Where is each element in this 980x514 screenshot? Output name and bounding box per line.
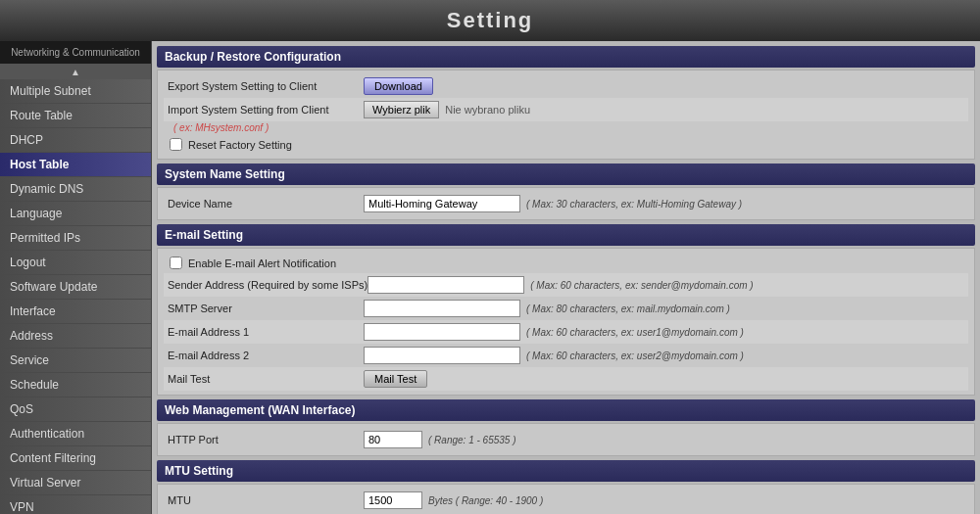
email-enable-row: Enable E-mail Alert Notification — [164, 253, 968, 273]
no-file-text: Nie wybrano pliku — [445, 104, 530, 116]
sidebar-item-address[interactable]: Address — [0, 324, 151, 349]
field-hint: ( Max: 30 characters, ex: Multi-Homing G… — [526, 199, 742, 210]
field-value: ( Max: 80 characters, ex: mail.mydomain.… — [364, 300, 964, 317]
form-section-mtu-setting: MTUBytes ( Range: 40 - 1900 ) — [157, 484, 975, 514]
sidebar-item-language[interactable]: Language — [0, 202, 151, 226]
input-e-mail-address-2[interactable] — [364, 347, 520, 364]
field-value: Download — [364, 77, 964, 95]
field-hint: ( Max: 60 characters, ex: user1@mydomain… — [526, 327, 744, 338]
sidebar-item-interface[interactable]: Interface — [0, 300, 151, 324]
field-value: ( Max: 60 characters, ex: user1@mydomain… — [364, 323, 964, 341]
field-label: Sender Address (Required by some ISPs) — [168, 279, 368, 291]
sidebar-item-content-filtering[interactable]: Content Filtering — [0, 446, 151, 471]
form-row-backup-restore-1: Import System Setting from ClientWybierz… — [164, 98, 968, 121]
field-value: Mail Test — [364, 370, 964, 388]
form-section-email-setting: Enable E-mail Alert NotificationSender A… — [157, 248, 975, 396]
sidebar-item-software-update[interactable]: Software Update — [0, 275, 151, 300]
field-label: Import System Setting from Client — [168, 104, 364, 116]
sidebar-item-logout[interactable]: Logout — [0, 251, 151, 275]
reset-factory-checkbox[interactable] — [170, 138, 182, 151]
section-header-email-setting: E-mail Setting — [157, 224, 975, 246]
field-value: Bytes ( Range: 40 - 1900 ) — [364, 491, 964, 509]
page-title: Setting — [0, 0, 980, 41]
section-header-backup-restore: Backup / Restore Configuration — [157, 46, 975, 68]
sidebar-item-permitted-ips[interactable]: Permitted IPs — [0, 226, 151, 251]
backup-hint: ( ex: MHsystem.conf ) — [164, 121, 968, 134]
form-row-email-setting-3: E-mail Address 2( Max: 60 characters, ex… — [164, 344, 968, 367]
input-smtp-server[interactable] — [364, 300, 520, 317]
field-label: Export System Setting to Client — [168, 80, 364, 92]
download-button[interactable]: Download — [364, 77, 433, 95]
field-value: ( Range: 1 - 65535 ) — [364, 431, 964, 448]
form-row-email-setting-2: E-mail Address 1( Max: 60 characters, ex… — [164, 320, 968, 344]
sidebar-logo: Networking & Communication — [0, 41, 151, 65]
sidebar: Networking & Communication ▲ Multiple Su… — [0, 41, 152, 514]
form-row-backup-restore-0: Export System Setting to ClientDownload — [164, 74, 968, 98]
sidebar-item-schedule[interactable]: Schedule — [0, 373, 151, 397]
form-row-email-setting-1: SMTP Server( Max: 80 characters, ex: mai… — [164, 297, 968, 320]
sidebar-item-authentication[interactable]: Authentication — [0, 422, 151, 446]
form-row-email-setting-4: Mail TestMail Test — [164, 367, 968, 391]
field-value: ( Max: 60 characters, ex: sender@mydomai… — [368, 276, 964, 294]
field-hint: ( Range: 1 - 65535 ) — [428, 435, 516, 445]
field-label: Mail Test — [168, 373, 364, 385]
sidebar-item-dynamic-dns[interactable]: Dynamic DNS — [0, 177, 151, 202]
field-label: E-mail Address 1 — [168, 326, 364, 338]
input-http-port[interactable] — [364, 431, 422, 448]
form-row-system-name-0: Device Name( Max: 30 characters, ex: Mul… — [164, 192, 968, 215]
input-mtu[interactable] — [364, 491, 422, 509]
reset-factory-row: Reset Factory Setting — [164, 134, 968, 155]
form-row-email-setting-0: Sender Address (Required by some ISPs)( … — [164, 273, 968, 297]
field-label: Device Name — [168, 198, 364, 210]
form-section-backup-restore: Export System Setting to ClientDownloadI… — [157, 70, 975, 160]
form-row-mtu-setting-0: MTUBytes ( Range: 40 - 1900 ) — [164, 489, 968, 512]
field-value: Wybierz plikNie wybrano pliku — [364, 101, 964, 118]
field-hint: ( Max: 60 characters, ex: user2@mydomain… — [526, 350, 744, 361]
email-enable-label: Enable E-mail Alert Notification — [188, 257, 336, 269]
input-device-name[interactable] — [364, 195, 520, 212]
scroll-up-arrow[interactable]: ▲ — [0, 65, 151, 79]
sidebar-item-dhcp[interactable]: DHCP — [0, 128, 151, 153]
sidebar-item-service[interactable]: Service — [0, 349, 151, 373]
input-sender-address-required-by-some-isps[interactable] — [368, 276, 524, 294]
field-label: MTU — [168, 494, 364, 506]
field-hint: ( Max: 60 characters, ex: sender@mydomai… — [530, 280, 753, 291]
sidebar-item-multiple-subnet[interactable]: Multiple Subnet — [0, 79, 151, 104]
sidebar-item-host-table[interactable]: Host Table — [0, 153, 151, 177]
sidebar-item-vpn[interactable]: VPN — [0, 495, 151, 514]
field-hint: ( Max: 80 characters, ex: mail.mydomain.… — [526, 304, 730, 314]
form-section-web-management: HTTP Port( Range: 1 - 65535 ) — [157, 423, 975, 456]
form-row-web-management-0: HTTP Port( Range: 1 - 65535 ) — [164, 428, 968, 451]
mail-test-button[interactable]: Mail Test — [364, 370, 427, 388]
sidebar-item-virtual-server[interactable]: Virtual Server — [0, 471, 151, 495]
field-value: ( Max: 30 characters, ex: Multi-Homing G… — [364, 195, 964, 212]
section-header-web-management: Web Management (WAN Interface) — [157, 399, 975, 421]
section-header-system-name: System Name Setting — [157, 164, 975, 185]
form-section-system-name: Device Name( Max: 30 characters, ex: Mul… — [157, 187, 975, 220]
field-hint: Bytes ( Range: 40 - 1900 ) — [428, 495, 543, 506]
field-label: E-mail Address 2 — [168, 350, 364, 361]
sidebar-item-qos[interactable]: QoS — [0, 397, 151, 422]
input-e-mail-address-1[interactable] — [364, 323, 520, 341]
choose-file-button[interactable]: Wybierz plik — [364, 101, 439, 118]
content-area: Backup / Restore ConfigurationExport Sys… — [152, 41, 980, 514]
reset-factory-label: Reset Factory Setting — [188, 139, 292, 151]
field-label: SMTP Server — [168, 303, 364, 314]
sidebar-item-route-table[interactable]: Route Table — [0, 104, 151, 128]
section-header-mtu-setting: MTU Setting — [157, 460, 975, 482]
email-enable-checkbox[interactable] — [170, 257, 182, 269]
field-value: ( Max: 60 characters, ex: user2@mydomain… — [364, 347, 964, 364]
field-label: HTTP Port — [168, 434, 364, 445]
